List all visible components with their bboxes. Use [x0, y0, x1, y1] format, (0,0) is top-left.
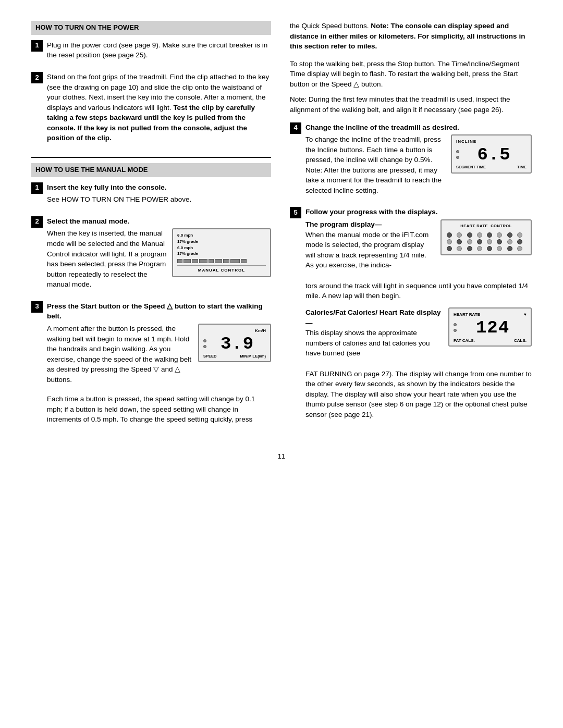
- prog-dots-row2: [447, 239, 525, 244]
- step-5-block: 5 Follow your progress with the displays…: [290, 207, 532, 425]
- manual-step-3-number: 3: [31, 301, 43, 313]
- manual-step-2-with-image: When the key is inserted, the manual mod…: [47, 228, 271, 294]
- hr-bottom-labels: FAT CALS. CALS.: [454, 338, 527, 344]
- manual-step-3-title: Press the Start button or the Speed △ bu…: [47, 301, 271, 322]
- manual-step-2-content: Select the manual mode. When the key is …: [47, 216, 271, 295]
- right-column: the Quick Speed buttons. Note: The conso…: [290, 21, 532, 436]
- mc-bottom-label: MANUAL CONTROL: [177, 265, 266, 274]
- calories-text-2: FAT BURNING on page 27). The display wil…: [305, 369, 532, 420]
- mc-labels: 6.0 mph 17% grade 6.0 mph 17% grade: [177, 232, 266, 256]
- calories-title: Calories/Fat Calories/ Heart Rate displa…: [305, 307, 443, 359]
- incline-top-label: INCLINE: [456, 139, 527, 145]
- manual-step-1-number: 1: [31, 182, 43, 194]
- speed-bottom-labels: SPEED MIN/MILE(km): [203, 354, 266, 360]
- manual-step-3-content: Press the Start button or the Speed △ bu…: [47, 301, 271, 430]
- step-2-text-normal: Stand on the foot grips of the treadmill…: [47, 72, 271, 143]
- prog-dots-row1: [447, 232, 525, 238]
- step-4-text: To change the incline of the treadmill, …: [305, 134, 446, 195]
- step-5-number: 5: [290, 207, 301, 218]
- section1-heading: HOW TO TURN ON THE POWER: [31, 21, 271, 35]
- manual-step-2-block: 2 Select the manual mode. When the key i…: [31, 216, 271, 295]
- right-text-2: To stop the walking belt, press the Stop…: [290, 59, 532, 90]
- incline-number: 6.5: [461, 146, 527, 164]
- manual-step-1-title: Insert the key fully into the console.: [47, 182, 271, 193]
- step-4-title: Change the incline of the treadmill as d…: [305, 122, 532, 133]
- right-text-3: Note: During the first few minutes that …: [290, 94, 532, 115]
- speed-display-flex: Km/H 3.9 SPEED: [198, 324, 271, 362]
- manual-step-1-content: Insert the key fully into the console. S…: [47, 182, 271, 210]
- step-4-block: 4 Change the incline of the treadmill as…: [290, 122, 532, 201]
- step-5-title: Follow your progress with the displays.: [305, 207, 532, 217]
- hr-number: 124: [459, 319, 527, 337]
- program-display-box: HEART RATE CONTROL: [440, 219, 532, 255]
- speed-number: 3.9: [209, 335, 266, 353]
- step-1-text: Plug in the power cord (see page 9). Mak…: [47, 40, 271, 60]
- step-1-content: Plug in the power cord (see page 9). Mak…: [47, 40, 271, 66]
- manual-step-3-block: 3 Press the Start button or the Speed △ …: [31, 301, 271, 430]
- manual-step-1-text: See HOW TO TURN ON THE POWER above.: [47, 194, 271, 205]
- step-4-number: 4: [290, 122, 301, 134]
- step-5-content: Follow your progress with the displays. …: [305, 207, 532, 425]
- prog-dots-row3: [447, 246, 525, 251]
- section2-heading: HOW TO USE THE MANUAL MODE: [31, 163, 271, 177]
- step-2-number: 2: [31, 72, 43, 83]
- step-4-content: Change the incline of the treadmill as d…: [305, 122, 532, 201]
- program-display-section: The program display— When the manual mod…: [305, 219, 532, 276]
- page: HOW TO TURN ON THE POWER 1 Plug in the p…: [0, 0, 563, 728]
- manual-control-display: 6.0 mph 17% grade 6.0 mph 17% grade: [172, 228, 271, 277]
- heart-symbol: ♥: [524, 312, 527, 318]
- manual-step-3-text2: Each time a button is pressed, the speed…: [47, 394, 271, 425]
- manual-step-2-title: Select the manual mode.: [47, 216, 271, 227]
- calories-display-section: Calories/Fat Calories/ Heart Rate displa…: [305, 307, 532, 364]
- kmh-label: Km/H: [203, 328, 266, 334]
- incline-display-wrapper: INCLINE 6.5 SEG: [451, 134, 532, 173]
- step-2-block: 2 Stand on the foot grips of the treadmi…: [31, 72, 271, 149]
- hr-top-label: HEART RATE: [454, 312, 480, 318]
- step-4-with-image: To change the incline of the treadmill, …: [305, 134, 532, 201]
- manual-step-2-number: 2: [31, 216, 43, 228]
- page-number: 11: [31, 452, 532, 462]
- mc-track: [177, 259, 266, 263]
- program-display-title: The program display— When the manual mod…: [305, 219, 435, 270]
- left-column: HOW TO TURN ON THE POWER 1 Plug in the p…: [31, 21, 271, 436]
- speed-display-wrapper: Km/H 3.9 SPEED: [198, 324, 271, 362]
- speed-dots: [203, 339, 206, 348]
- incline-bottom-labels: SEGMENT TIME TIME: [456, 165, 527, 170]
- program-display-text-cont: tors around the track will light in sequ…: [305, 281, 532, 301]
- hr-display-box: HEART RATE ♥ 124 FAT: [448, 307, 532, 347]
- right-intro-text: the Quick Speed buttons. Note: The conso…: [290, 21, 532, 52]
- section-divider: [31, 157, 271, 158]
- hr-top-labels: HEART RATE ♥: [454, 312, 527, 318]
- step-2-content: Stand on the foot grips of the treadmill…: [47, 72, 271, 149]
- step-1-number: 1: [31, 40, 43, 52]
- manual-step-1-block: 1 Insert the key fully into the console.…: [31, 182, 271, 210]
- step-1-block: 1 Plug in the power cord (see page 9). M…: [31, 40, 271, 66]
- manual-step-2-text: When the key is inserted, the manual mod…: [47, 228, 167, 289]
- speed-display-box: Km/H 3.9 SPEED: [198, 324, 271, 362]
- incline-dots: [456, 150, 459, 159]
- hr-dots-left: [454, 323, 457, 332]
- incline-display-box: INCLINE 6.5 SEG: [451, 134, 532, 173]
- prog-top-label: HEART RATE CONTROL: [447, 224, 525, 229]
- manual-step-3-with-image: A moment after the button is pressed, th…: [47, 324, 271, 390]
- manual-step-3-text: A moment after the button is pressed, th…: [47, 324, 193, 385]
